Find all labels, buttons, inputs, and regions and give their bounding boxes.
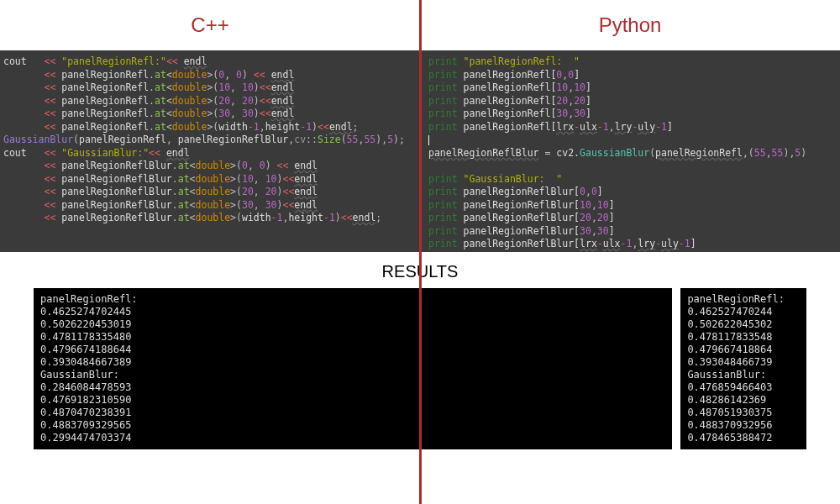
python-code-panel: print "panelRegionRefl: " print panelReg… (420, 50, 840, 252)
results-python: panelRegionRefl: 0.462527470244 0.502622… (680, 288, 806, 449)
header-cpp: C++ (0, 13, 420, 37)
cpp-code-panel: cout << "panelRegionRefl:"<< endl << pan… (0, 50, 420, 252)
header-python: Python (420, 13, 840, 37)
vertical-divider (419, 0, 422, 504)
results-cpp: panelRegionRefl: 0.4625274702445 0.50262… (34, 288, 672, 449)
